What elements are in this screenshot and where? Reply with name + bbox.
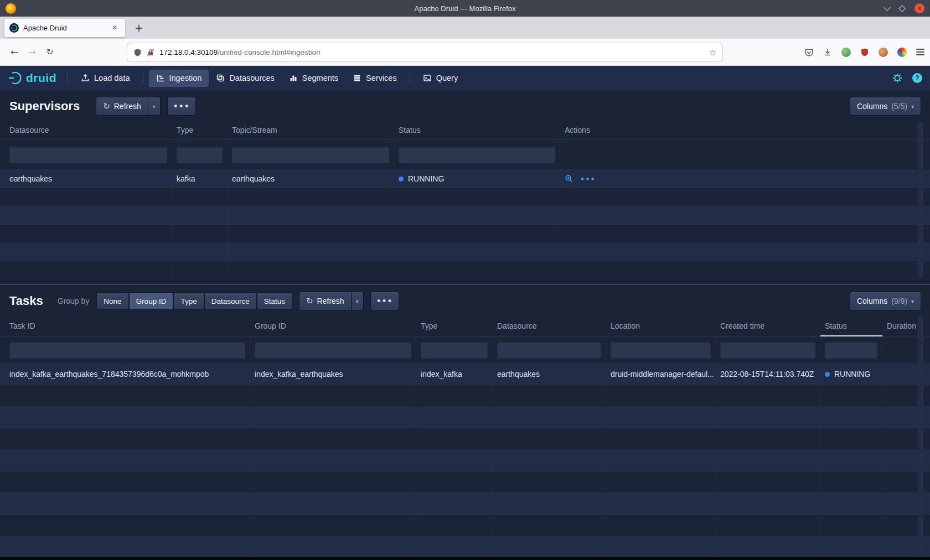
nav-load-data[interactable]: Load data — [74, 70, 137, 87]
supervisors-refresh-button[interactable]: ↻ Refresh — [96, 97, 148, 115]
nav-query[interactable]: Query — [416, 70, 466, 87]
task-row[interactable]: index_kafka_earthquakes_7184357396d6c0a_… — [0, 364, 930, 385]
window-minimize-icon[interactable] — [884, 4, 891, 11]
gear-icon[interactable] — [892, 73, 902, 83]
supervisors-columns-button[interactable]: Columns (5/5) ▾ — [850, 97, 921, 115]
nav-ingestion[interactable]: Ingestion — [149, 70, 209, 87]
tasks-filter-location[interactable] — [611, 342, 711, 359]
supervisors-scrollbar[interactable] — [918, 121, 923, 278]
empty-row — [0, 225, 930, 243]
more-icon: ••• — [376, 297, 393, 305]
tasks-scrollbar[interactable] — [918, 316, 923, 557]
toolbar-extension-area — [804, 39, 924, 65]
query-icon — [423, 74, 432, 82]
column-header-status[interactable]: Status — [394, 120, 560, 139]
task-datasource: earthquakes — [493, 364, 606, 385]
tab-title: Apache Druid — [23, 24, 67, 32]
browser-tab[interactable]: Apache Druid ✕ — [4, 19, 125, 37]
column-header-group-id[interactable]: Group ID — [250, 315, 416, 336]
supervisors-refresh-caret-button[interactable]: ▾ — [148, 97, 160, 115]
tasks-more-button[interactable]: ••• — [371, 292, 399, 310]
downloads-icon[interactable] — [823, 48, 832, 56]
supervisors-filter-status[interactable] — [399, 147, 555, 163]
ublock-shield-icon[interactable] — [860, 48, 869, 57]
empty-row — [0, 515, 930, 536]
empty-row — [0, 261, 930, 279]
new-tab-button[interactable]: + — [131, 19, 147, 36]
column-header-topic-stream[interactable]: Topic/Stream — [228, 120, 394, 139]
magnify-details-icon[interactable] — [565, 174, 574, 183]
nav-segments[interactable]: Segments — [282, 70, 345, 87]
help-icon[interactable]: ? — [912, 73, 922, 83]
status-badge: RUNNING — [408, 174, 444, 183]
url-bar[interactable]: 172.18.0.4:30109/unified-console.html#in… — [127, 43, 722, 61]
task-created-time: 2022-08-15T14:11:03.740Z — [716, 364, 820, 385]
bookmark-star-icon[interactable]: ☆ — [709, 48, 716, 58]
chevron-down-icon: ▾ — [911, 298, 914, 304]
tasks-refresh-button[interactable]: ↻ Refresh — [299, 292, 351, 310]
tracking-protection-shield-icon[interactable] — [133, 48, 142, 57]
browser-toolbar: ← → ↻ 172.18.0.4:30109/unified-console.h… — [0, 39, 930, 66]
column-header-type[interactable]: Type — [416, 315, 493, 336]
task-group-id: index_kafka_earthquakes — [250, 364, 416, 385]
column-header-task-id[interactable]: Task ID — [0, 315, 250, 336]
nav-services[interactable]: Services — [345, 70, 404, 87]
tasks-filter-created-time[interactable] — [720, 342, 815, 359]
column-header-created-time[interactable]: Created time — [716, 315, 820, 336]
tasks-filter-status[interactable] — [825, 342, 877, 359]
group-by-status-button[interactable]: Status — [257, 293, 292, 309]
group-by-datasource-button[interactable]: Datasource — [205, 293, 256, 309]
column-header-type[interactable]: Type — [172, 120, 228, 139]
url-path: /unified-console.html#ingestion — [218, 48, 320, 56]
column-header-datasource[interactable]: Datasource — [493, 315, 606, 336]
extension-pinwheel-icon[interactable] — [897, 48, 907, 57]
tasks-filter-type[interactable] — [421, 342, 488, 359]
header-separator — [143, 72, 143, 84]
supervisors-header-row: Datasource Type Topic/Stream Status Acti… — [0, 120, 930, 140]
task-status-cell: RUNNING — [820, 364, 882, 385]
column-header-location[interactable]: Location — [606, 315, 716, 336]
supervisors-filter-datasource[interactable] — [9, 147, 167, 163]
pocket-icon[interactable] — [804, 48, 814, 57]
supervisor-topic-stream: earthquakes — [228, 170, 394, 188]
status-dot — [825, 372, 830, 377]
reload-button[interactable]: ↻ — [41, 43, 59, 61]
column-header-status-sorted[interactable]: Status — [820, 315, 882, 336]
chevron-down-icon: ▾ — [153, 103, 156, 110]
back-button[interactable]: ← — [6, 43, 23, 61]
group-by-type-button[interactable]: Type — [174, 293, 203, 309]
supervisors-more-button[interactable]: ••• — [168, 97, 195, 115]
empty-row — [0, 493, 930, 515]
druid-console: Supervisors ↻ Refresh ▾ ••• Columns (5/5… — [0, 90, 930, 557]
menu-hamburger-icon[interactable] — [916, 49, 924, 55]
column-header-datasource[interactable]: Datasource — [0, 120, 172, 139]
url-text: 172.18.0.4:30109/unified-console.html#in… — [159, 48, 320, 56]
tasks-refresh-group: ↻ Refresh ▾ — [299, 292, 363, 310]
forward-button[interactable]: → — [23, 43, 41, 61]
group-by-none-button[interactable]: None — [97, 293, 128, 309]
tasks-filter-group-id[interactable] — [255, 342, 411, 359]
window-close-button[interactable]: ✕ — [914, 3, 924, 13]
tab-close-icon[interactable]: ✕ — [109, 22, 120, 33]
more-icon: ••• — [173, 102, 190, 111]
supervisors-table: Datasource Type Topic/Stream Status Acti… — [0, 120, 930, 279]
supervisor-row[interactable]: earthquakes kafka earthquakes RUNNING ••… — [0, 170, 930, 188]
supervisors-filter-type[interactable] — [177, 147, 223, 163]
status-dot — [399, 177, 404, 182]
extension-avatar-icon[interactable] — [879, 48, 888, 57]
supervisors-filter-row — [0, 140, 930, 170]
row-more-icon[interactable]: ••• — [580, 175, 596, 183]
tasks-columns-button[interactable]: Columns (9/9) ▾ — [850, 292, 921, 310]
druid-logo[interactable]: druid — [8, 71, 56, 85]
tasks-refresh-caret-button[interactable]: ▾ — [352, 292, 363, 310]
tasks-filter-task-id[interactable] — [9, 342, 245, 359]
extension-green-icon[interactable] — [841, 48, 851, 57]
window-maximize-icon[interactable] — [898, 5, 906, 12]
nav-datasources[interactable]: Datasources — [209, 70, 281, 87]
group-by-group-id-button[interactable]: Group ID — [130, 293, 173, 309]
insecure-lock-icon[interactable] — [147, 49, 154, 56]
supervisors-filter-topic-stream[interactable] — [232, 147, 389, 163]
tasks-filter-row — [0, 337, 930, 364]
tasks-filter-datasource[interactable] — [497, 342, 601, 359]
window-title: Apache Druid — Mozilla Firefox — [111, 4, 819, 13]
